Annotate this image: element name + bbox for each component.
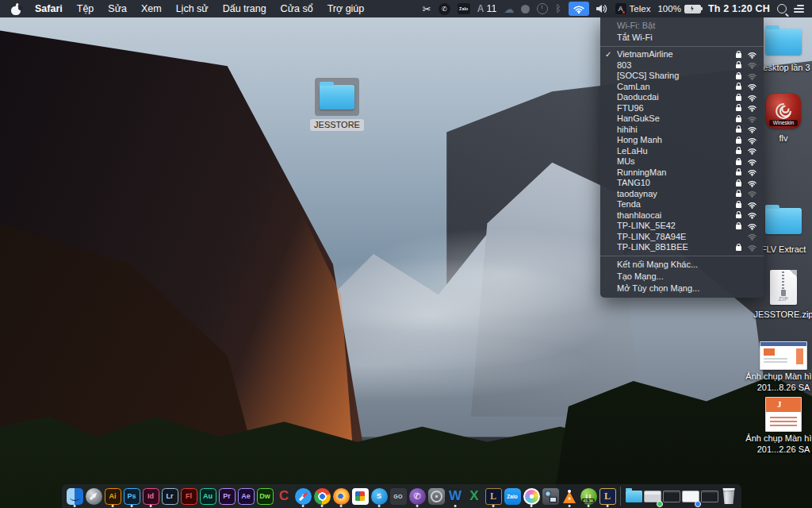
menubar-item-sửa[interactable]: Sửa xyxy=(101,0,134,17)
menubar-apps: SafariTệpSửaXemLịch sửDấu trangCửa sổTrợ… xyxy=(0,0,371,17)
dock-item-audition[interactable]: Au xyxy=(198,485,217,508)
wifi-network-tang10[interactable]: TANG10 xyxy=(600,178,764,189)
desktop-icon-screenshot-doc[interactable]: J xyxy=(745,397,812,432)
circle-icon[interactable] xyxy=(521,5,530,13)
dock-divider xyxy=(620,487,621,506)
wifi-network-tp-link-8b1bee[interactable]: TP-LINK_8B1BEE xyxy=(600,242,764,253)
input-method-icon[interactable]: A Telex xyxy=(615,3,651,14)
dock-item-illustrator[interactable]: Ai xyxy=(103,485,122,508)
dock-item-image-capture[interactable] xyxy=(541,485,560,508)
dock-item-league-of-legends[interactable]: L xyxy=(484,485,503,508)
dock-item-viber[interactable]: ✆ xyxy=(408,485,427,508)
finder-icon xyxy=(67,488,83,505)
wifi-network-vietnamairline[interactable]: ✓VietnamAirline xyxy=(600,49,764,60)
wifi-signal xyxy=(747,147,757,155)
dock-item-photos[interactable] xyxy=(522,485,541,508)
menubar-item-safari[interactable]: Safari xyxy=(28,0,70,17)
dock-item-dreamweaver[interactable]: Dw xyxy=(255,485,274,508)
dock-item-launchpad[interactable] xyxy=(84,485,103,508)
dock-item-minimized-window-1[interactable] xyxy=(643,485,662,508)
dock-item-trash[interactable] xyxy=(719,485,738,508)
dock-item-indesign[interactable]: Id xyxy=(141,485,160,508)
folder-icon xyxy=(765,208,802,234)
wifi-network-tenda[interactable]: Tenda xyxy=(600,199,764,210)
wifi-network-thanhlaocai[interactable]: thanhlaocai xyxy=(600,210,764,221)
adobe-updates-icon[interactable]: A 11 xyxy=(477,3,497,14)
wifi-network-tp-link-5e42[interactable]: TP-LINK_5E42 xyxy=(600,221,764,232)
wifi-network-803[interactable]: 803 xyxy=(600,60,764,71)
dock-item-league-of-legends-2[interactable]: L xyxy=(598,485,617,508)
desktop-icon-screenshot-web[interactable] xyxy=(745,341,812,370)
dock-item-utorrent[interactable]: µ43.3K xyxy=(579,485,598,508)
launchpad-icon xyxy=(86,488,102,505)
scissors-icon[interactable]: ✂ xyxy=(423,3,431,15)
wifi-network-daoducdai[interactable]: Daoducdai xyxy=(600,92,764,103)
spotlight-icon[interactable] xyxy=(777,4,787,13)
menubar-item-tệp[interactable]: Tệp xyxy=(70,0,102,17)
wifi-network--socs-sharing[interactable]: [SOCS] Sharing xyxy=(600,71,764,82)
dock-item-skype[interactable]: S xyxy=(370,485,389,508)
dock-item-cubase[interactable]: C xyxy=(274,485,293,508)
apple-menu-icon[interactable] xyxy=(11,3,21,15)
dock-item-downloads-folder[interactable] xyxy=(624,485,643,508)
time-machine-icon[interactable] xyxy=(537,3,548,14)
wifi-action-2[interactable]: Mở Tùy chọn Mạng... xyxy=(600,283,764,294)
dock-item-flash[interactable]: Fl xyxy=(179,485,198,508)
dock-item-zalo[interactable]: Zalo xyxy=(503,485,522,508)
dock-item-firefox[interactable] xyxy=(331,485,350,508)
dock-item-minimized-window-3[interactable] xyxy=(681,485,700,508)
menubar-clock[interactable]: Th 2 1:20 CH xyxy=(708,3,770,14)
zalo-icon[interactable]: Zalo xyxy=(458,3,470,14)
bluetooth-icon[interactable]: ᛒ xyxy=(555,3,561,14)
wifi-network-hong-manh[interactable]: Hong Manh xyxy=(600,135,764,146)
viber-icon[interactable]: ✆ xyxy=(439,3,450,15)
wifi-icon[interactable] xyxy=(569,2,589,15)
dock-item-after-effects[interactable]: Ae xyxy=(236,485,255,508)
running-indicator-dot xyxy=(321,505,324,507)
menubar-item-dấu-trang[interactable]: Dấu trang xyxy=(216,0,274,17)
wifi-network-hihihi[interactable]: hihihi xyxy=(600,125,764,136)
utorrent-icon: µ43.3K xyxy=(580,488,597,505)
wifi-signal-icon xyxy=(747,222,757,230)
wifi-action-1[interactable]: Tạo Mạng... xyxy=(600,271,764,283)
desktop-icon-jesstore-folder[interactable]: JESSTORE xyxy=(314,78,360,131)
wifi-action-0[interactable]: Kết nối Mạng Khác... xyxy=(600,259,764,271)
dock-item-gray-wheel-app[interactable] xyxy=(427,485,446,508)
menubar-item-cửa-sổ[interactable]: Cửa sổ xyxy=(274,0,320,17)
menubar-item-trợ-giúp[interactable]: Trợ giúp xyxy=(320,0,372,17)
volume-icon[interactable] xyxy=(596,4,608,13)
wifi-network-camlan[interactable]: CamLan xyxy=(600,82,764,93)
dock-item-photoshop[interactable]: Ps xyxy=(122,485,141,508)
menubar-item-lịch-sử[interactable]: Lịch sử xyxy=(169,0,216,17)
wifi-network-lelahu[interactable]: LeLaHu xyxy=(600,146,764,157)
cloud-icon[interactable]: ☁ xyxy=(504,3,514,15)
dock-item-lightroom[interactable]: Lr xyxy=(160,485,179,508)
dock-item-minimized-window-2[interactable] xyxy=(662,485,681,508)
dock-item-minimized-window-4[interactable] xyxy=(700,485,719,508)
wifi-network-tp-link-78a94e[interactable]: TP-LINK_78A94E xyxy=(600,232,764,243)
wifi-signal-icon xyxy=(747,190,757,198)
trash-bin xyxy=(722,488,736,504)
network-name: TANG10 xyxy=(617,178,731,189)
wifi-network-runningman[interactable]: RunningMan xyxy=(600,167,764,179)
wifi-network-mus[interactable]: MUs xyxy=(600,156,764,167)
flash-icon: Fl xyxy=(181,488,197,505)
dock-item-csgo[interactable]: GO xyxy=(389,485,408,508)
notification-center-icon[interactable] xyxy=(794,5,804,13)
word-icon: W xyxy=(447,488,464,505)
dock-item-finder[interactable] xyxy=(65,485,84,508)
dock-item-premiere[interactable]: Pr xyxy=(217,485,236,508)
dock-item-office-grid[interactable] xyxy=(350,485,370,508)
wifi-network-hangukse[interactable]: HanGukSe xyxy=(600,114,764,125)
wifi-turn-off-item[interactable]: Tắt Wi-Fi xyxy=(600,32,764,44)
wifi-network-ftu96[interactable]: FTU96 xyxy=(600,103,764,114)
battery-icon[interactable]: 100% xyxy=(657,4,700,13)
menubar-item-xem[interactable]: Xem xyxy=(134,0,169,17)
wifi-network-taodaynay[interactable]: taodaynay xyxy=(600,189,764,200)
dock-item-excel[interactable]: X xyxy=(465,485,484,508)
dock-item-word[interactable]: W xyxy=(446,485,465,508)
wifi-signal-icon xyxy=(747,179,757,187)
dock-item-safari[interactable] xyxy=(293,485,312,508)
dock-item-vlc[interactable] xyxy=(560,485,579,508)
dock-item-chrome[interactable] xyxy=(312,485,331,508)
